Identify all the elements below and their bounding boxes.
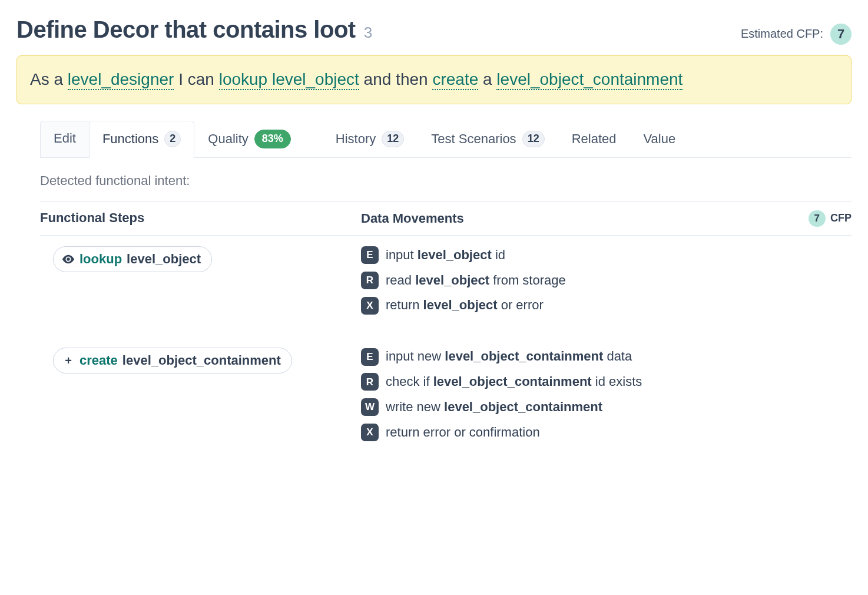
movement-text: check if level_object_containment id exi…: [386, 373, 642, 391]
data-movement: Einput level_object id: [361, 246, 566, 265]
data-movement: Rread level_object from storage: [361, 272, 566, 290]
story-action2-term[interactable]: create: [432, 70, 478, 90]
movement-text: write new level_object_containment: [386, 398, 602, 416]
step-chip[interactable]: lookup level_object: [53, 246, 212, 272]
tab-value[interactable]: Value: [630, 121, 690, 158]
cfp-label: Estimated CFP:: [741, 27, 823, 41]
cfp-summary-unit: CFP: [830, 212, 852, 224]
movement-code: E: [361, 246, 379, 264]
tab-functions[interactable]: Functions 2: [89, 121, 194, 158]
data-movement: Wwrite new level_object_containment: [361, 398, 642, 416]
tab-label: History: [336, 131, 376, 147]
functions-panel: Detected functional intent: Functional S…: [16, 173, 852, 457]
tab-history[interactable]: History 12: [322, 121, 418, 158]
story-prefix: As a: [30, 70, 68, 88]
eye-icon: [62, 254, 75, 264]
step-verb: create: [79, 353, 118, 368]
page-header: Define Decor that contains loot 3 Estima…: [16, 16, 852, 45]
tab-label: Functions: [102, 131, 158, 147]
quality-percent-pill: 83%: [254, 130, 291, 148]
movement-code: X: [361, 424, 379, 441]
step-object: level_object: [127, 252, 201, 267]
tab-label: Related: [572, 131, 617, 147]
tabs-bar: Edit Functions 2 Quality 83% History 12 …: [40, 121, 852, 158]
tab-related[interactable]: Related: [558, 121, 630, 158]
tests-count-pill: 12: [522, 131, 545, 147]
col-header-moves: Data Movements: [361, 211, 464, 226]
movement-code: X: [361, 297, 379, 315]
story-text: and then: [359, 70, 433, 88]
movement-text: return level_object or error: [386, 296, 544, 315]
tab-label: Edit: [54, 131, 76, 146]
cfp-summary: 7 CFP: [809, 210, 852, 227]
movement-code: R: [361, 373, 379, 391]
tab-test-scenarios[interactable]: Test Scenarios 12: [418, 121, 558, 158]
functional-step-row: lookup level_objectEinput level_object i…: [40, 236, 852, 330]
data-movements-list: Einput new level_object_containment data…: [361, 348, 642, 441]
data-movement: Xreturn level_object or error: [361, 296, 566, 315]
tab-label: Test Scenarios: [431, 131, 516, 147]
tab-label: Value: [644, 131, 676, 147]
movement-code: W: [361, 398, 379, 416]
plus-icon: +: [62, 354, 75, 368]
user-story-box: As a level_designer I can lookup level_o…: [16, 55, 852, 104]
movement-text: return error or confirmation: [386, 424, 540, 442]
functions-count-pill: 2: [164, 131, 181, 147]
page-title: Define Decor that contains loot: [16, 16, 356, 43]
functional-step-row: +create level_object_containmentEinput n…: [40, 330, 852, 457]
tab-edit[interactable]: Edit: [40, 121, 89, 158]
movement-code: R: [361, 272, 379, 289]
step-chip[interactable]: +create level_object_containment: [53, 348, 292, 373]
story-text: I can: [174, 70, 218, 88]
step-object: level_object_containment: [122, 353, 281, 368]
title-count: 3: [364, 24, 372, 42]
movement-code: E: [361, 348, 379, 366]
movement-text: input level_object id: [386, 246, 505, 265]
data-movement: Einput new level_object_containment data: [361, 348, 642, 366]
data-movement: Rcheck if level_object_containment id ex…: [361, 373, 642, 391]
estimated-cfp: Estimated CFP: 7: [741, 24, 852, 45]
movement-text: input new level_object_containment data: [386, 348, 632, 366]
story-text: a: [478, 70, 496, 88]
cfp-summary-badge: 7: [809, 210, 826, 227]
columns-header: Functional Steps Data Movements 7 CFP: [40, 201, 852, 236]
tab-label: Quality: [208, 131, 248, 147]
step-verb: lookup: [79, 252, 122, 267]
detected-intent-label: Detected functional intent:: [40, 173, 852, 189]
movement-text: read level_object from storage: [386, 272, 566, 290]
col-header-steps: Functional Steps: [40, 210, 361, 227]
data-movements-list: Einput level_object idRread level_object…: [361, 246, 566, 315]
cfp-value-badge: 7: [830, 24, 852, 45]
tab-quality[interactable]: Quality 83%: [194, 121, 304, 158]
story-object-term[interactable]: level_object_containment: [496, 70, 683, 90]
story-role-term[interactable]: level_designer: [68, 70, 174, 90]
history-count-pill: 12: [382, 131, 404, 147]
story-action1-term[interactable]: lookup level_object: [219, 70, 359, 90]
data-movement: Xreturn error or confirmation: [361, 424, 642, 442]
